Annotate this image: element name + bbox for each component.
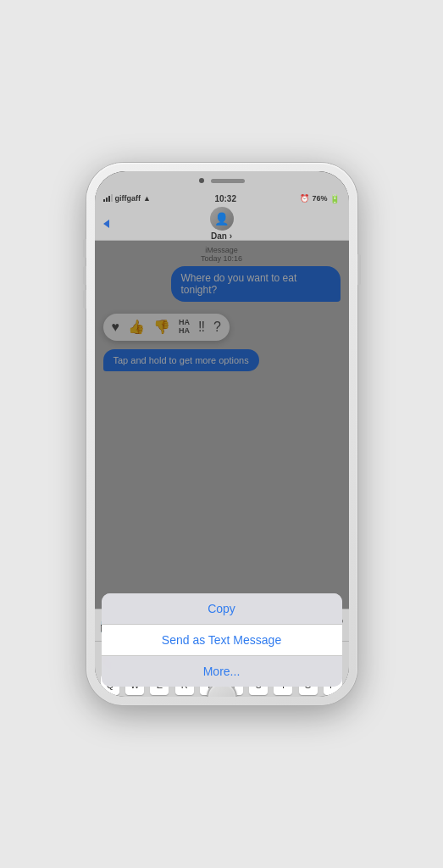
signal-bars (103, 195, 113, 202)
camera-dot (199, 178, 204, 183)
back-chevron-icon (103, 220, 109, 228)
speaker-slot (211, 179, 245, 183)
action-sheet: Copy Send as Text Message More... (95, 593, 349, 697)
phone-top-hardware (95, 171, 349, 190)
battery-percent: 76% (312, 194, 327, 203)
battery-icon: 🔋 (329, 194, 340, 203)
signal-bar-4 (111, 194, 113, 202)
signal-bar-3 (108, 196, 110, 202)
screen: giffgaff ▲ 10:32 ⏰ 76% 🔋 👤 (95, 190, 349, 697)
phone-screen: giffgaff ▲ 10:32 ⏰ 76% 🔋 👤 (95, 171, 349, 697)
dim-overlay (95, 241, 349, 609)
messages-area: iMessage Today 10:16 Where do you want t… (95, 241, 349, 609)
contact-name: Dan › (211, 231, 232, 241)
phone-frame: giffgaff ▲ 10:32 ⏰ 76% 🔋 👤 (86, 163, 357, 705)
more-label: More... (203, 665, 241, 678)
status-right: ⏰ 76% 🔋 (300, 194, 340, 203)
time-display: 10:32 (214, 194, 236, 203)
status-left: giffgaff ▲ (103, 194, 151, 203)
nav-center[interactable]: 👤 Dan › (210, 207, 234, 241)
send-as-text-action[interactable]: Send as Text Message (102, 625, 342, 656)
more-action[interactable]: More... (102, 656, 342, 687)
send-as-text-label: Send as Text Message (162, 633, 281, 647)
copy-label: Copy (208, 602, 235, 615)
action-sheet-group: Copy Send as Text Message More... (102, 593, 342, 687)
status-bar: giffgaff ▲ 10:32 ⏰ 76% 🔋 (95, 190, 349, 207)
signal-bar-2 (106, 198, 108, 202)
nav-bar: 👤 Dan › (95, 207, 349, 241)
avatar-icon: 👤 (214, 212, 229, 225)
alarm-icon: ⏰ (300, 194, 309, 203)
copy-action[interactable]: Copy (102, 593, 342, 625)
avatar: 👤 (210, 207, 234, 231)
back-button[interactable] (103, 220, 111, 228)
action-sheet-container: Copy Send as Text Message More... (95, 593, 349, 697)
carrier-label: giffgaff (115, 194, 141, 203)
signal-bar-1 (103, 199, 105, 202)
wifi-icon: ▲ (143, 194, 151, 203)
